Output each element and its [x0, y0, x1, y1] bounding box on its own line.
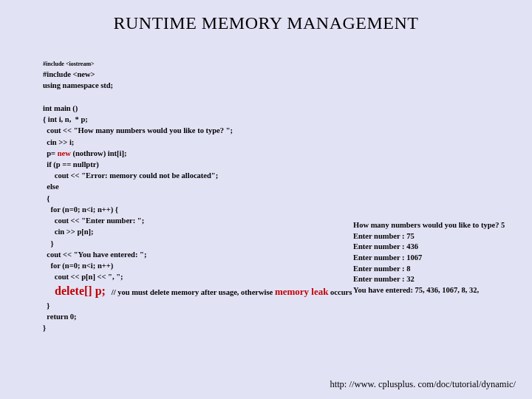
- code-include-new: #include <new>: [43, 70, 95, 78]
- code-return: return 0;: [43, 313, 77, 321]
- code-close-brace-2: }: [43, 301, 50, 310]
- slide: RUNTIME MEMORY MANAGEMENT #include <iost…: [0, 0, 532, 399]
- code-keyword-new: new: [58, 149, 71, 157]
- output-line-4: Enter number : 1067: [353, 253, 422, 262]
- code-main: int main (): [43, 104, 78, 112]
- code-cin-i: cin >> i;: [43, 138, 74, 146]
- output-block: How many numbers would you like to type?…: [353, 220, 505, 296]
- code-alloc-post: (nothrow) int[i];: [71, 149, 127, 157]
- code-cout-entered: cout << "You have entered: ";: [43, 250, 146, 259]
- code-using: using namespace std;: [43, 81, 113, 89]
- code-error-msg: cout << "Error: memory could not be allo…: [43, 171, 218, 180]
- code-cout-prompt: cout << "How many numbers would you like…: [43, 126, 233, 134]
- output-line-5: Enter number : 8: [353, 265, 411, 273]
- output-line-2: Enter number : 75: [353, 232, 415, 240]
- source-url: http: //www. cplusplus. com/doc/tutorial…: [330, 379, 516, 390]
- code-for-output: for (n=0; n<i; n++): [43, 262, 113, 270]
- slide-title: RUNTIME MEMORY MANAGEMENT: [0, 13, 532, 33]
- code-comment-post: occurs: [328, 288, 352, 296]
- code-open-brace: {: [43, 194, 50, 202]
- code-cout-pn: cout << p[n] << ", ";: [43, 273, 123, 281]
- code-cout-enter: cout << "Enter number: ";: [43, 216, 144, 225]
- code-cin-pn: cin >> p[n];: [43, 228, 94, 236]
- output-line-7: You have entered: 75, 436, 1067, 8, 32,: [353, 286, 479, 294]
- code-close-brace-1: }: [43, 239, 54, 248]
- code-decl: { int i, n, * p;: [43, 115, 88, 123]
- output-line-3: Enter number : 436: [353, 242, 418, 250]
- code-close-brace-3: }: [43, 324, 46, 332]
- code-block: #include <iostream> #include <new> using…: [43, 58, 352, 333]
- code-memory-leak: memory leak: [275, 286, 329, 297]
- code-include-iostream: #include <iostream>: [43, 61, 95, 67]
- output-line-6: Enter number : 32: [353, 275, 415, 283]
- code-comment-pre: // you must delete memory after usage, o…: [106, 288, 275, 296]
- output-line-1: How many numbers would you like to type?…: [353, 221, 505, 229]
- code-for-input: for (n=0; n<i; n++) {: [43, 205, 118, 214]
- code-delete: delete[] p;: [43, 284, 106, 297]
- code-alloc-pre: p=: [43, 149, 58, 157]
- code-else: else: [43, 183, 59, 191]
- code-if-null: if (p == nullptr): [43, 160, 99, 168]
